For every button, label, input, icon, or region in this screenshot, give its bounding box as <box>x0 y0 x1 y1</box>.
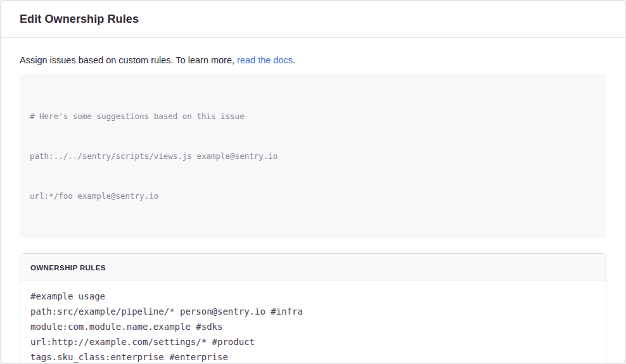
modal-title: Edit Ownership Rules <box>20 13 606 26</box>
suggestion-line: path:../../sentry/scripts/views.js examp… <box>30 149 596 163</box>
ownership-rules-label: OWNERSHIP RULES <box>30 264 106 272</box>
edit-ownership-rules-modal: Edit Ownership Rules Assign issues based… <box>0 0 626 364</box>
description-main: Assign issues based on custom rules. To … <box>20 55 237 65</box>
modal-body: Assign issues based on custom rules. To … <box>1 38 625 364</box>
description-suffix: . <box>293 55 295 65</box>
ownership-rules-panel: OWNERSHIP RULES #example usage path:src/… <box>20 253 606 364</box>
ownership-rules-panel-header: OWNERSHIP RULES <box>20 254 606 280</box>
suggestions-block: # Here's some suggestions based on this … <box>20 74 606 238</box>
suggestion-line: # Here's some suggestions based on this … <box>30 110 596 123</box>
read-the-docs-link[interactable]: read the docs <box>237 55 293 65</box>
description-text: Assign issues based on custom rules. To … <box>20 54 606 66</box>
ownership-rules-textarea[interactable]: #example usage path:src/example/pipeline… <box>20 280 606 364</box>
modal-header: Edit Ownership Rules <box>1 1 625 38</box>
suggestion-line: url:*/foo example@sentry.io <box>30 189 596 203</box>
